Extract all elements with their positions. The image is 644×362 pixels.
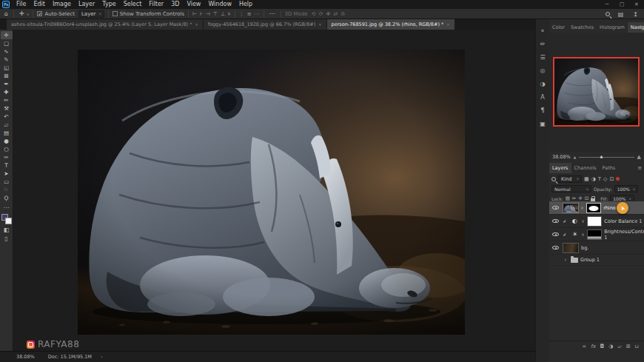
close-tab-icon[interactable]: ✕ bbox=[195, 22, 198, 27]
close-tab-icon[interactable]: ✕ bbox=[446, 22, 449, 27]
shape-tool-icon[interactable]: ▭ bbox=[1, 178, 13, 186]
workspace-icon[interactable]: ▤ bbox=[617, 11, 625, 18]
marquee-tool-icon[interactable]: ▢ bbox=[1, 39, 13, 47]
panel-menu-icon[interactable]: ≡ bbox=[637, 24, 642, 30]
panel-menu-icon[interactable]: ≡ bbox=[637, 165, 642, 171]
navigator-zoom-value[interactable]: 38.08% bbox=[552, 154, 571, 160]
adjustments-icon[interactable]: ◑ bbox=[540, 81, 546, 87]
visibility-eye-icon[interactable] bbox=[552, 246, 559, 249]
visibility-eye-icon[interactable] bbox=[552, 219, 559, 223]
move-tool-icon[interactable]: ✛ bbox=[1, 31, 13, 39]
lock-all-icon[interactable] bbox=[591, 198, 595, 201]
filter-toggle-icon[interactable] bbox=[616, 177, 620, 181]
paragraph-panel-icon[interactable]: ¶ bbox=[540, 107, 544, 114]
brush-settings-icon[interactable]: ✏ bbox=[540, 41, 546, 47]
tab-histogram[interactable]: Histogram bbox=[597, 22, 628, 33]
crop-tool-icon[interactable]: ◱ bbox=[1, 64, 13, 72]
photoshop-logo-icon[interactable]: Ps bbox=[2, 1, 10, 8]
align-right-icon[interactable]: ⊣ bbox=[206, 11, 210, 17]
expand-panels-icon[interactable]: « bbox=[541, 27, 545, 34]
new-group-icon[interactable]: ▱ bbox=[617, 343, 621, 349]
menu-type[interactable]: Type bbox=[98, 0, 119, 9]
frame-tool-icon[interactable]: ⊠ bbox=[1, 72, 13, 80]
layer-mask-thumbnail[interactable] bbox=[586, 203, 601, 213]
new-adjustment-layer-icon[interactable]: ◑ bbox=[608, 343, 613, 349]
layer-mask-thumbnail[interactable] bbox=[587, 229, 602, 240]
clone-stamp-tool-icon[interactable]: ⚒ bbox=[1, 104, 13, 113]
distribute-horizontal-icon[interactable]: ≡ bbox=[247, 11, 252, 17]
lock-artboard-icon[interactable]: ⊡ bbox=[585, 195, 588, 201]
screen-mode-icon[interactable]: ▯ bbox=[4, 235, 7, 242]
opacity-dropdown[interactable]: 100% ∨ bbox=[614, 185, 638, 192]
layer-row-rhino[interactable]: ∞ rhino bbox=[549, 201, 644, 215]
background-color-swatch[interactable] bbox=[5, 218, 12, 224]
layer-name[interactable]: bg. bbox=[581, 245, 588, 251]
eyedropper-tool-icon[interactable]: ✒ bbox=[1, 80, 13, 88]
show-transform-checkbox[interactable] bbox=[113, 11, 118, 16]
menu-view[interactable]: View bbox=[183, 0, 204, 9]
navigator-proxy-view[interactable] bbox=[553, 57, 640, 127]
lock-position-icon[interactable]: ✛ bbox=[578, 195, 582, 201]
blend-mode-dropdown[interactable]: Normal ∨ bbox=[551, 185, 591, 192]
visibility-eye-icon[interactable] bbox=[552, 206, 559, 210]
3d-drag-icon[interactable]: ✥ bbox=[326, 11, 330, 17]
link-layers-icon[interactable]: ∞ bbox=[582, 343, 586, 349]
zoom-tool-icon[interactable]: Ϙ bbox=[1, 194, 13, 202]
close-icon[interactable]: ✕ bbox=[629, 0, 644, 9]
quick-mask-icon[interactable]: ◧ bbox=[4, 227, 10, 233]
layer-mask-thumbnail[interactable] bbox=[587, 216, 602, 227]
menu-help[interactable]: Help bbox=[235, 0, 256, 9]
dodge-tool-icon[interactable]: ○ bbox=[1, 145, 13, 153]
rhino-photo[interactable] bbox=[78, 50, 465, 335]
lasso-tool-icon[interactable]: ∿ bbox=[1, 47, 13, 56]
eraser-tool-icon[interactable]: ▱ bbox=[1, 121, 13, 129]
visibility-eye-icon[interactable] bbox=[552, 232, 559, 236]
menu-layer[interactable]: Layer bbox=[75, 0, 98, 9]
mask-link-icon[interactable]: ∞ bbox=[580, 206, 585, 209]
expand-group-icon[interactable]: › bbox=[563, 257, 568, 263]
share-icon[interactable]: ↥ bbox=[631, 11, 640, 18]
zoom-in-icon[interactable]: ▲ bbox=[637, 154, 641, 160]
tab-swatches[interactable]: Swatches bbox=[568, 22, 597, 33]
layer-name[interactable]: rhino bbox=[603, 205, 616, 211]
close-tab-icon[interactable]: ✕ bbox=[318, 22, 321, 27]
search-icon[interactable] bbox=[606, 12, 610, 16]
3d-slide-icon[interactable]: ⇄ bbox=[333, 11, 338, 17]
layer-name[interactable]: Color Balance 1 bbox=[604, 218, 642, 224]
status-menu-chevron-icon[interactable]: › bbox=[101, 354, 103, 360]
filter-shape-layers-icon[interactable]: ◇ bbox=[603, 176, 607, 182]
filter-smart-objects-icon[interactable]: ⊡ bbox=[609, 176, 614, 182]
3d-camera-icon[interactable]: ✇ bbox=[341, 11, 345, 17]
layer-row-brightness-contrast[interactable]: ↲ ☀ ∞ Brightness/Contrast 1 bbox=[549, 228, 644, 241]
menu-3d[interactable]: 3D bbox=[167, 0, 183, 9]
auto-select-target-dropdown[interactable]: Layer ∨ bbox=[78, 10, 104, 18]
filter-adjustment-layers-icon[interactable]: ◑ bbox=[591, 176, 596, 182]
lock-transparency-icon[interactable]: ▨ bbox=[566, 195, 570, 201]
libraries-icon[interactable]: ◎ bbox=[540, 67, 546, 74]
canvas-area[interactable]: RAFYA88 bbox=[13, 30, 535, 351]
blur-tool-icon[interactable]: ● bbox=[1, 137, 13, 145]
layer-style-fx-icon[interactable]: fx bbox=[591, 343, 596, 349]
brush-tool-icon[interactable]: ✏ bbox=[1, 96, 13, 104]
zoom-out-icon[interactable]: ▲ bbox=[574, 155, 576, 159]
pen-tool-icon[interactable]: ✑ bbox=[1, 153, 13, 161]
menu-edit[interactable]: Edit bbox=[30, 0, 49, 9]
filter-pixel-layers-icon[interactable]: ▦ bbox=[584, 176, 589, 182]
restore-icon[interactable]: □ bbox=[614, 0, 629, 9]
document-tab-1[interactable]: ashes-sitoula-Tn09B6Oor4-unsplash.jpg @ … bbox=[7, 19, 203, 30]
add-layer-mask-icon[interactable]: ◘ bbox=[600, 343, 605, 349]
align-top-icon[interactable]: ⊤ bbox=[213, 11, 218, 17]
zoom-slider[interactable]: ▲ bbox=[579, 157, 634, 158]
mask-link-icon[interactable]: ∞ bbox=[581, 232, 586, 235]
tab-color[interactable]: Color bbox=[549, 22, 568, 33]
properties-icon[interactable]: ☰ bbox=[540, 54, 545, 61]
healing-brush-tool-icon[interactable]: ✚ bbox=[1, 88, 13, 96]
menu-filter[interactable]: Filter bbox=[145, 0, 167, 9]
color-balance-icon[interactable]: ◐ bbox=[570, 218, 580, 224]
history-brush-tool-icon[interactable]: ↶ bbox=[1, 113, 13, 121]
align-bottom-icon[interactable]: ⊧ bbox=[228, 11, 231, 17]
layer-name[interactable]: Group 1 bbox=[580, 257, 600, 263]
layer-name[interactable]: Brightness/Contrast 1 bbox=[604, 229, 644, 241]
document-tab-3-active[interactable]: person-768591.jpg @ 38.2% (rhino, RGB/8#… bbox=[327, 19, 455, 30]
menu-file[interactable]: File bbox=[13, 0, 30, 9]
